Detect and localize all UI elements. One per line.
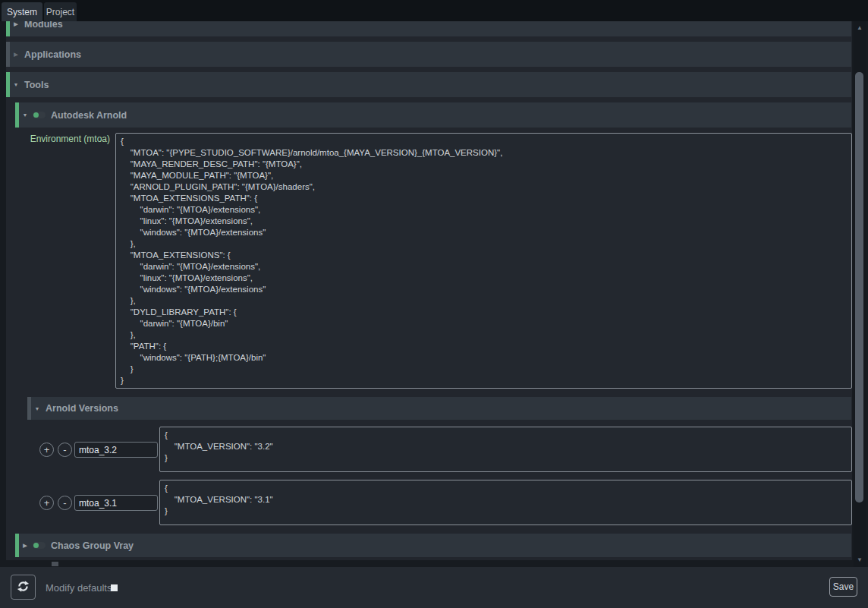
version-name-input[interactable] — [74, 442, 158, 458]
group-title: Chaos Group Vray — [51, 540, 134, 551]
chevron-down-icon: ▼ — [31, 406, 43, 411]
modify-defaults-checkbox[interactable] — [111, 584, 118, 591]
section-header-tools[interactable]: ▼ Tools — [6, 72, 851, 97]
environment-mtoa-label: Environment (mtoa) — [15, 134, 110, 144]
settings-window: { "tabs": [ { "label": "System" }, { "la… — [0, 0, 868, 608]
vertical-scrollbar[interactable]: ▲ ▼ — [854, 21, 866, 567]
vertical-scrollbar-thumb[interactable] — [855, 72, 863, 502]
arnold-enabled-toggle[interactable] — [33, 112, 46, 118]
chevron-right-icon: ▶ — [10, 52, 22, 58]
horizontal-scrollbar-thumb[interactable] — [52, 562, 58, 566]
section-title: Tools — [24, 80, 49, 90]
footer-bar: Modify defaults Save — [0, 567, 868, 608]
chevron-down-icon: ▼ — [10, 82, 22, 87]
toggle-knob — [33, 543, 39, 548]
chevron-down-icon: ▼ — [19, 112, 31, 118]
scroll-up-icon[interactable]: ▲ — [854, 23, 866, 33]
refresh-button[interactable] — [11, 575, 36, 600]
group-header-chaos-group-vray[interactable]: ▶ Chaos Group Vray — [15, 534, 851, 557]
chevron-right-icon: ▶ — [10, 21, 22, 27]
tab-system[interactable]: System — [2, 2, 42, 21]
section-header-modules[interactable]: ▶ Modules — [6, 21, 851, 36]
section-title: Arnold Versions — [46, 403, 118, 414]
add-version-button[interactable]: + — [39, 443, 54, 457]
toggle-knob — [33, 112, 39, 118]
vray-enabled-toggle[interactable] — [33, 542, 46, 549]
section-header-arnold-versions[interactable]: ▼ Arnold Versions — [27, 397, 851, 420]
remove-version-button[interactable]: - — [58, 443, 72, 457]
refresh-icon — [17, 580, 30, 595]
scroll-down-icon[interactable]: ▼ — [854, 555, 866, 565]
remove-version-button[interactable]: - — [58, 496, 72, 510]
settings-tab-bar: System Project — [0, 0, 868, 21]
save-button[interactable]: Save — [829, 577, 857, 597]
section-title: Modules — [24, 21, 63, 30]
section-header-applications[interactable]: ▶ Applications — [6, 42, 851, 67]
version-name-input[interactable] — [74, 495, 158, 511]
group-header-autodesk-arnold[interactable]: ▼ Autodesk Arnold — [15, 102, 851, 128]
version-json-editor[interactable]: { "MTOA_VERSION": "3.1" } — [159, 480, 852, 525]
chevron-right-icon: ▶ — [19, 543, 31, 549]
settings-scroll-area: ▶ Modules ▶ Applications ▼ Tools ▼ Autod… — [6, 21, 852, 560]
section-title: Applications — [24, 49, 81, 60]
version-json-editor[interactable]: { "MTOA_VERSION": "3.2" } — [159, 427, 852, 472]
modify-defaults-label: Modify defaults — [46, 567, 112, 608]
environment-mtoa-json-editor[interactable]: { "MTOA": "{PYPE_STUDIO_SOFTWARE}/arnold… — [115, 133, 852, 389]
group-title: Autodesk Arnold — [51, 110, 127, 121]
tab-project[interactable]: Project — [44, 2, 77, 21]
add-version-button[interactable]: + — [39, 496, 54, 510]
